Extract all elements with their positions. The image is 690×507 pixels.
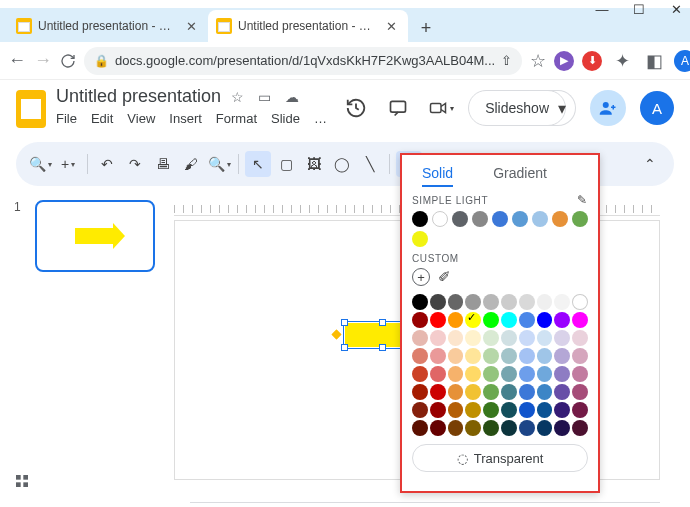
color-swatch[interactable]	[519, 384, 535, 400]
move-doc-icon[interactable]: ▭	[258, 89, 271, 105]
color-swatch[interactable]	[412, 384, 428, 400]
select-tool-icon[interactable]: ↖	[245, 151, 271, 177]
color-swatch[interactable]	[501, 294, 517, 310]
new-tab-button[interactable]: +	[412, 14, 440, 42]
color-swatch[interactable]	[448, 420, 464, 436]
color-swatch[interactable]	[465, 294, 481, 310]
color-swatch[interactable]	[572, 420, 588, 436]
extension-icon[interactable]: ▶	[554, 51, 574, 71]
color-swatch[interactable]	[412, 312, 428, 328]
user-avatar[interactable]: A	[640, 91, 674, 125]
edit-theme-colors-icon[interactable]: ✎	[577, 193, 588, 207]
color-swatch[interactable]	[572, 366, 588, 382]
browser-tab[interactable]: Untitled presentation - Google S ✕	[8, 10, 208, 42]
color-swatch[interactable]	[519, 348, 535, 364]
color-swatch[interactable]	[492, 211, 508, 227]
eyedropper-icon[interactable]: ✐	[438, 268, 451, 286]
color-swatch[interactable]	[430, 384, 446, 400]
color-swatch[interactable]	[412, 348, 428, 364]
color-swatch[interactable]	[448, 348, 464, 364]
color-swatch[interactable]	[432, 211, 448, 227]
color-swatch[interactable]	[483, 294, 499, 310]
color-swatch[interactable]	[572, 211, 588, 227]
color-swatch[interactable]	[412, 402, 428, 418]
transparent-button[interactable]: ◌ Transparent	[412, 444, 588, 472]
color-swatch[interactable]	[483, 366, 499, 382]
color-swatch[interactable]	[519, 330, 535, 346]
color-swatch[interactable]	[519, 420, 535, 436]
color-swatch[interactable]	[430, 294, 446, 310]
color-swatch[interactable]	[572, 294, 588, 310]
color-swatch[interactable]	[465, 420, 481, 436]
color-swatch[interactable]	[483, 402, 499, 418]
color-swatch[interactable]	[501, 384, 517, 400]
color-swatch[interactable]	[465, 348, 481, 364]
color-swatch[interactable]	[430, 420, 446, 436]
color-swatch[interactable]	[554, 402, 570, 418]
undo-icon[interactable]: ↶	[94, 151, 120, 177]
redo-icon[interactable]: ↷	[122, 151, 148, 177]
comments-icon[interactable]	[384, 94, 412, 122]
color-swatch[interactable]	[501, 366, 517, 382]
history-icon[interactable]	[342, 94, 370, 122]
color-swatch[interactable]	[537, 420, 553, 436]
browser-profile-avatar[interactable]: A	[674, 50, 690, 72]
menu-insert[interactable]: Insert	[169, 111, 202, 126]
color-swatch[interactable]	[572, 402, 588, 418]
color-swatch[interactable]	[465, 330, 481, 346]
print-icon[interactable]: 🖶	[150, 151, 176, 177]
color-swatch[interactable]	[572, 348, 588, 364]
zoom-icon[interactable]: 🔍	[206, 151, 232, 177]
color-swatch[interactable]	[412, 420, 428, 436]
image-icon[interactable]: 🖼	[301, 151, 327, 177]
textbox-icon[interactable]: ▢	[273, 151, 299, 177]
color-swatch[interactable]	[412, 366, 428, 382]
tab-close-icon[interactable]: ✕	[186, 19, 200, 34]
color-swatch[interactable]	[554, 384, 570, 400]
menu-slide[interactable]: Slide	[271, 111, 300, 126]
speaker-notes[interactable]: Click to add speaker notes	[190, 502, 660, 507]
menu-format[interactable]: Format	[216, 111, 257, 126]
color-swatch[interactable]	[537, 330, 553, 346]
color-swatch[interactable]	[483, 312, 499, 328]
color-swatch[interactable]	[519, 366, 535, 382]
color-swatch[interactable]	[412, 330, 428, 346]
color-swatch[interactable]	[537, 384, 553, 400]
cloud-status-icon[interactable]: ☁	[285, 89, 299, 105]
color-swatch[interactable]	[448, 294, 464, 310]
color-swatch[interactable]	[430, 366, 446, 382]
back-button[interactable]: ←	[8, 49, 26, 73]
color-swatch[interactable]	[465, 384, 481, 400]
star-doc-icon[interactable]: ☆	[231, 89, 244, 105]
color-swatch[interactable]	[465, 366, 481, 382]
color-swatch[interactable]	[552, 211, 568, 227]
color-swatch[interactable]	[448, 384, 464, 400]
color-swatch[interactable]	[519, 312, 535, 328]
menu-file[interactable]: File	[56, 111, 77, 126]
color-swatch[interactable]	[519, 402, 535, 418]
document-title[interactable]: Untitled presentation	[56, 86, 221, 107]
tab-close-icon[interactable]: ✕	[386, 19, 400, 34]
color-swatch[interactable]	[430, 348, 446, 364]
share-url-icon[interactable]: ⇧	[501, 53, 512, 68]
meet-icon[interactable]: ▾	[426, 94, 454, 122]
window-close[interactable]: ✕	[670, 3, 682, 15]
color-swatch[interactable]	[412, 231, 428, 247]
color-swatch[interactable]	[537, 294, 553, 310]
color-swatch[interactable]	[572, 312, 588, 328]
color-swatch[interactable]	[501, 330, 517, 346]
add-custom-color-icon[interactable]: +	[412, 268, 430, 286]
grid-view-icon[interactable]	[14, 473, 30, 489]
color-swatch[interactable]	[554, 366, 570, 382]
tab-solid[interactable]: Solid	[422, 165, 453, 187]
menu-edit[interactable]: Edit	[91, 111, 113, 126]
color-swatch[interactable]	[465, 402, 481, 418]
color-swatch[interactable]	[532, 211, 548, 227]
tab-gradient[interactable]: Gradient	[493, 165, 547, 187]
line-icon[interactable]: ╲	[357, 151, 383, 177]
reload-button[interactable]	[60, 49, 76, 73]
color-swatch[interactable]	[537, 402, 553, 418]
color-swatch[interactable]	[483, 330, 499, 346]
color-swatch[interactable]	[452, 211, 468, 227]
window-minimize[interactable]: —	[596, 3, 608, 15]
